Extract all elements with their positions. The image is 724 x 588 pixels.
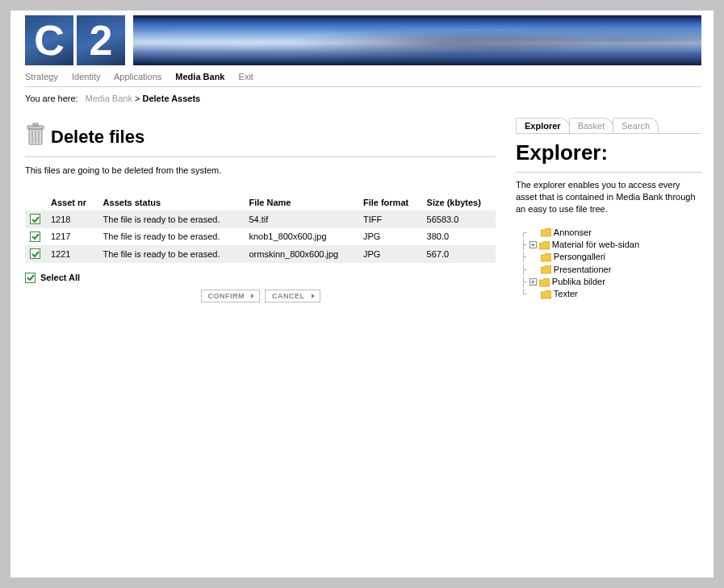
nav-exit[interactable]: Exit (239, 72, 253, 81)
nav-applications[interactable]: Applications (114, 72, 161, 81)
cell-file-name: knob1_800x600.jpg (245, 228, 358, 246)
tree-item-publika[interactable]: Publika bilder (552, 276, 605, 288)
title-divider (25, 156, 496, 157)
cell-file-name: 54.tif (245, 211, 358, 228)
col-size: Size (kbytes) (422, 194, 496, 211)
nav-media-bank[interactable]: Media Bank (175, 72, 224, 81)
cell-status: The file is ready to be erased. (98, 211, 245, 228)
logo-tile-c: C (25, 15, 73, 65)
cell-status: The file is ready to be erased. (98, 245, 245, 263)
folder-icon (541, 288, 551, 300)
main-nav: Strategy Identity Applications Media Ban… (25, 65, 701, 87)
tree-item-material[interactable]: Material för web-sidan (552, 239, 639, 251)
select-all-checkbox[interactable] (25, 273, 36, 283)
table-row: 1218 The file is ready to be erased. 54.… (25, 211, 496, 228)
cell-file-name: ormskinn_800x600.jpg (245, 245, 358, 263)
tree-expander[interactable]: + (529, 278, 537, 286)
header-banner (133, 15, 701, 65)
tree-item-texter[interactable]: Texter (554, 288, 578, 300)
file-tree: ┌ Annonser ├ + Material för web-sidan ├ … (516, 227, 701, 301)
tree-item-persongalleri[interactable]: Persongalleri (554, 251, 605, 263)
confirm-button[interactable]: CONFIRM (201, 290, 261, 302)
logo: C 2 (25, 15, 125, 65)
svg-rect-4 (27, 126, 44, 129)
cell-asset-nr: 1218 (46, 211, 98, 228)
cell-size: 56583.0 (422, 211, 496, 228)
cell-size: 380.0 (422, 228, 496, 246)
svg-rect-5 (33, 123, 38, 126)
row-checkbox[interactable] (30, 214, 40, 224)
col-status: Assets status (98, 194, 245, 211)
breadcrumb-current: Delete Assets (142, 94, 200, 103)
folder-icon (539, 239, 550, 251)
col-asset-nr: Asset nr (46, 194, 98, 211)
assets-table: Asset nr Assets status File Name File fo… (25, 194, 496, 263)
tree-item-presentationer[interactable]: Presentationer (554, 264, 612, 276)
folder-icon (541, 251, 551, 263)
cell-format: TIFF (358, 211, 422, 228)
page-title: Delete files (25, 123, 496, 152)
folder-icon (541, 227, 551, 239)
tab-basket[interactable]: Basket (569, 118, 614, 133)
nav-identity[interactable]: Identity (72, 72, 100, 81)
cell-status: The file is ready to be erased. (98, 228, 245, 246)
cell-asset-nr: 1221 (46, 245, 98, 263)
sidebar-divider (516, 172, 701, 173)
select-all-label: Select All (40, 273, 80, 282)
folder-icon (539, 276, 550, 288)
cell-size: 567.0 (422, 245, 496, 263)
sidebar-title: Explorer: (516, 140, 701, 165)
row-checkbox[interactable] (30, 231, 40, 242)
table-row: 1217 The file is ready to be erased. kno… (25, 228, 496, 246)
trash-icon (25, 123, 46, 152)
breadcrumb: You are here: Media Bank > Delete Assets (25, 94, 701, 108)
row-checkbox[interactable] (30, 248, 40, 259)
tree-item-annonser[interactable]: Annonser (554, 227, 592, 239)
table-row: 1221 The file is ready to be erased. orm… (25, 245, 496, 263)
col-file-name: File Name (245, 194, 358, 211)
breadcrumb-label: You are here: (25, 94, 78, 103)
tab-explorer[interactable]: Explorer (516, 118, 570, 133)
cell-format: JPG (358, 245, 422, 263)
cell-asset-nr: 1217 (46, 228, 98, 246)
tree-expander[interactable]: + (529, 241, 537, 248)
folder-icon (541, 264, 551, 276)
col-format: File format (358, 194, 422, 211)
cancel-button[interactable]: CANCEL (265, 290, 320, 302)
intro-text: This files are going to be deleted from … (25, 165, 496, 175)
logo-tile-2: 2 (77, 15, 125, 65)
sidebar-description: The explorer enables you to access every… (516, 179, 701, 215)
breadcrumb-sep: > (135, 94, 140, 103)
tab-search[interactable]: Search (613, 118, 659, 133)
breadcrumb-media-bank[interactable]: Media Bank (86, 94, 132, 103)
sidebar-tabs: Explorer Basket Search (516, 118, 701, 134)
nav-strategy[interactable]: Strategy (25, 72, 58, 81)
cell-format: JPG (358, 228, 422, 246)
page-title-text: Delete files (51, 127, 144, 148)
